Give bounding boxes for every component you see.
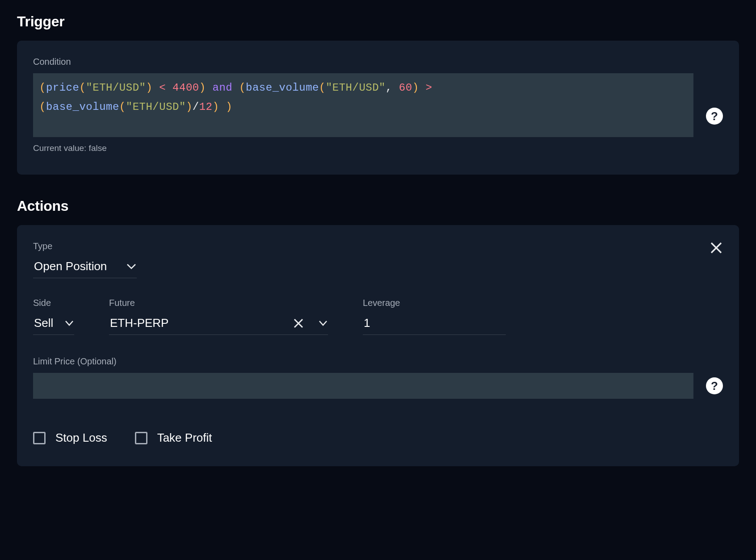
chevron-down-icon[interactable]: [127, 263, 136, 270]
side-label: Side: [33, 298, 74, 308]
chevron-down-icon[interactable]: [319, 321, 327, 326]
side-select[interactable]: Sell: [33, 313, 74, 335]
take-profit-label: Take Profit: [157, 431, 212, 445]
checkbox-box-icon: [135, 432, 147, 444]
checkbox-box-icon: [33, 432, 46, 444]
leverage-input[interactable]: [363, 313, 506, 335]
leverage-label: Leverage: [363, 298, 506, 308]
trigger-section-title: Trigger: [17, 13, 739, 30]
type-label: Type: [33, 241, 137, 251]
future-select[interactable]: ETH-PERP: [109, 313, 328, 335]
type-select[interactable]: Open Position: [33, 257, 137, 278]
actions-card: Type Open Position Side Sell Future: [17, 225, 739, 466]
future-value: ETH-PERP: [110, 316, 287, 330]
condition-label: Condition: [33, 57, 723, 67]
type-value: Open Position: [34, 259, 121, 273]
future-label: Future: [109, 298, 328, 308]
limit-price-input[interactable]: [33, 373, 693, 399]
stop-loss-label: Stop Loss: [55, 431, 107, 445]
help-icon[interactable]: ?: [706, 108, 723, 125]
limit-price-label: Limit Price (Optional): [33, 356, 723, 367]
side-value: Sell: [34, 316, 59, 330]
condition-current-value: Current value: false: [33, 143, 723, 153]
condition-code-editor[interactable]: (price("ETH/USD") < 4400) and (base_volu…: [33, 73, 693, 137]
take-profit-checkbox[interactable]: Take Profit: [135, 431, 212, 445]
close-icon[interactable]: [710, 241, 723, 255]
clear-icon[interactable]: [293, 318, 304, 329]
stop-loss-checkbox[interactable]: Stop Loss: [33, 431, 107, 445]
help-icon[interactable]: ?: [706, 377, 723, 394]
chevron-down-icon[interactable]: [65, 321, 73, 326]
actions-section-title: Actions: [17, 198, 739, 214]
trigger-card: Condition (price("ETH/USD") < 4400) and …: [17, 41, 739, 175]
